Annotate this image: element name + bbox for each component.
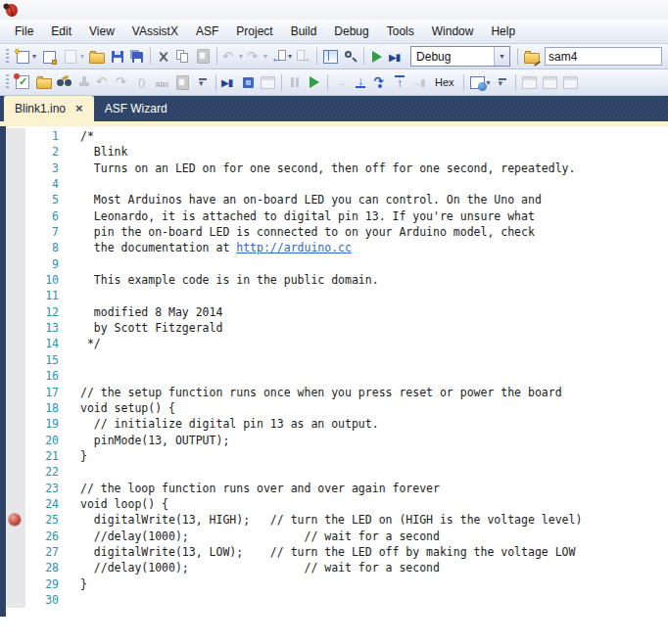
code-line-text[interactable]: Leonardo, it is attached to digital pin … [68,208,535,224]
menu-vassistx[interactable]: VAssistX [123,21,187,42]
disassembly-button[interactable] [560,70,581,94]
quick-search-input[interactable] [545,47,662,66]
paste-button[interactable] [193,45,214,69]
breakpoint-gutter[interactable] [6,385,25,400]
code-line-text[interactable]: //delay(1000); // wait for a second [68,529,440,544]
va-paste-button[interactable] [172,70,193,94]
breakpoint-gutter[interactable] [6,576,25,592]
breakpoint-gutter[interactable] [6,128,25,144]
menu-project[interactable]: Project [227,21,281,42]
breakpoint-gutter[interactable] [6,529,25,544]
code-line-text[interactable] [68,256,80,272]
breakpoint-gutter[interactable] [6,448,25,464]
breakpoint-gutter[interactable] [6,464,25,480]
menu-asf[interactable]: ASF [187,21,227,42]
breakpoint-gutter[interactable] [6,433,25,448]
breakpoint-gutter[interactable] [6,592,25,608]
device-info-button[interactable] [258,70,278,94]
breakpoint-gutter[interactable] [6,192,25,207]
menu-edit[interactable]: Edit [42,21,80,42]
code-line-text[interactable]: Turns on an LED on for one second, then … [68,161,575,176]
breakpoint-gutter[interactable] [6,544,25,560]
breakpoint-gutter[interactable] [6,304,25,320]
menu-file[interactable]: File [6,21,42,42]
va-paren-button[interactable] [133,70,153,94]
breakpoint-gutter[interactable] [6,208,25,224]
code-line-text[interactable]: modified 8 May 2014 [68,304,222,320]
code-line-text[interactable]: void loop() { [68,496,168,512]
va-refactor-button[interactable] [74,70,94,94]
io-view-button[interactable] [519,70,540,94]
code-line-text[interactable]: } [68,448,87,464]
breakpoint-gutter[interactable] [6,320,25,336]
continue-button[interactable] [305,70,324,94]
cut-button[interactable] [154,45,173,69]
solution-explorer-button[interactable] [320,45,341,69]
save-all-button[interactable] [127,45,147,69]
save-button[interactable] [108,45,127,69]
menu-help[interactable]: Help [482,21,524,42]
watch-window-button[interactable]: ▾ [467,70,493,94]
breakpoint-gutter[interactable] [6,368,25,384]
code-line-text[interactable]: digitalWrite(13, HIGH); // turn the LED … [68,512,582,528]
breakpoint-gutter[interactable] [6,496,25,512]
open-file-button[interactable] [86,45,108,69]
code-line-text[interactable]: pin the on-board LED is connected to on … [68,224,535,240]
va-spellcheck-button[interactable] [153,70,172,94]
code-line-text[interactable]: the documentation at http://arduino.cc [68,240,352,255]
breakpoint-gutter[interactable] [6,288,25,303]
break-all-button[interactable] [285,70,305,94]
code-line-text[interactable]: } [68,576,87,592]
breakpoint-gutter[interactable] [6,240,25,255]
copy-button[interactable] [173,45,193,69]
toolbar-overflow-button[interactable] [193,70,213,94]
va-find-references-button[interactable] [55,70,74,94]
code-line-text[interactable] [68,592,80,608]
breakpoint-gutter[interactable] [6,176,25,192]
breakpoint-indicator[interactable] [9,514,21,526]
find-in-files-button[interactable] [521,45,543,69]
tab-blink1-ino[interactable]: Blink1.ino × [4,96,94,121]
breakpoint-gutter[interactable] [6,256,25,272]
properties-window-button[interactable] [341,45,360,69]
code-line-text[interactable] [68,368,80,384]
debug-break-button[interactable] [387,45,406,69]
breakpoint-gutter[interactable] [6,416,25,432]
code-line-text[interactable]: */ [68,336,101,351]
code-line-text[interactable]: by Scott Fitzgerald [68,320,222,336]
va-undo-button[interactable] [94,70,114,94]
breakpoint-gutter[interactable] [6,560,25,575]
breakpoint-gutter[interactable] [6,161,25,176]
run-to-cursor-button[interactable] [409,70,429,94]
code-line-text[interactable]: digitalWrite(13, LOW); // turn the LED o… [68,544,575,560]
chevron-down-icon[interactable]: ▾ [494,47,509,66]
processor-status-button[interactable] [540,70,560,94]
navigate-forward-button[interactable] [294,45,313,69]
device-programming-button[interactable] [239,70,258,94]
breakpoint-gutter[interactable] [6,481,25,496]
menu-tools[interactable]: Tools [378,21,423,42]
breakpoint-gutter[interactable] [6,512,25,528]
breakpoint-gutter[interactable] [6,336,25,351]
new-file-button[interactable]: ▾ [60,45,86,69]
add-new-item-button[interactable] [38,45,60,69]
code-line-text[interactable]: //delay(1000); // wait for a second [68,560,440,575]
code-line-text[interactable]: void setup() { [68,400,175,416]
debug-break-all-button[interactable] [219,70,239,94]
code-editor[interactable]: 1/*2 Blink3 Turns on an LED on for one s… [0,126,668,617]
code-line-text[interactable]: Blink [68,144,127,160]
arduino-link[interactable]: http://arduino.cc [236,241,352,254]
code-line-text[interactable] [68,464,80,480]
menu-debug[interactable]: Debug [325,21,377,42]
breakpoint-gutter[interactable] [6,272,25,288]
new-project-button[interactable]: ▾ [12,45,38,69]
code-line-text[interactable]: // the loop function runs over and over … [68,481,440,496]
step-out-button[interactable] [390,70,409,94]
va-redo-button[interactable] [114,70,133,94]
breakpoint-gutter[interactable] [6,352,25,368]
navigate-backward-button[interactable]: ▾ [269,45,294,69]
debug-configuration-combo[interactable]: Debug▾ [410,46,510,67]
code-line-text[interactable] [68,288,80,303]
code-line-text[interactable]: This example code is in the public domai… [68,272,379,288]
step-over-button[interactable] [370,70,390,94]
